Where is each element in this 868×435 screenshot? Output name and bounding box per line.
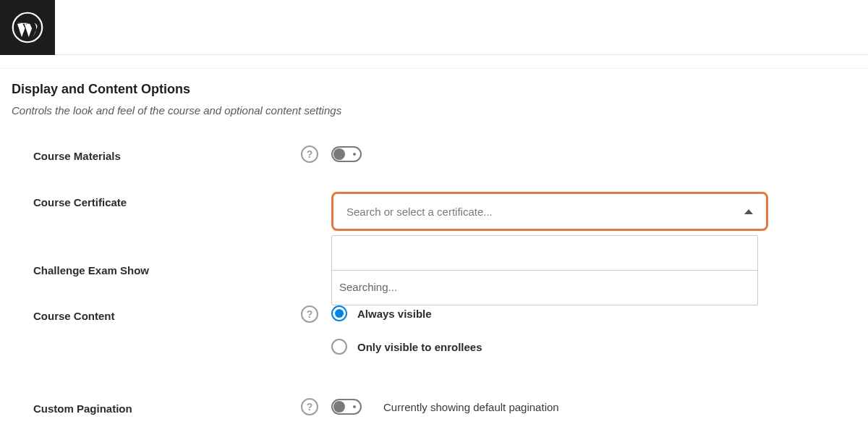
radio-inner — [335, 309, 344, 318]
certificate-search-input[interactable] — [332, 236, 757, 271]
section-title: Display and Content Options — [12, 82, 868, 97]
row-course-certificate: Course Certificate Search or select a ce… — [12, 192, 868, 231]
help-icon[interactable]: ? — [301, 145, 318, 163]
toggle-knob — [333, 148, 345, 160]
label-course-content: Course Content — [33, 305, 301, 322]
wordpress-icon — [12, 12, 43, 43]
toggle-course-materials[interactable] — [331, 146, 362, 162]
label-custom-pagination: Custom Pagination — [33, 398, 301, 415]
radio-button[interactable] — [331, 305, 347, 321]
section-description: Controls the look and feel of the course… — [12, 104, 868, 117]
content-area: Display and Content Options Controls the… — [0, 68, 868, 415]
row-custom-pagination: Custom Pagination ? Currently showing de… — [12, 398, 868, 415]
row-course-content: Course Content ? Always visible Only vis… — [12, 305, 868, 355]
header-bar — [0, 0, 868, 55]
label-challenge-exam: Challenge Exam Show — [33, 260, 301, 276]
chevron-up-icon — [744, 209, 753, 214]
certificate-dropdown[interactable]: Search or select a certificate... — [331, 192, 768, 231]
radio-label: Only visible to enrollees — [357, 341, 482, 353]
toggle-knob — [333, 401, 345, 413]
radio-button[interactable] — [331, 339, 347, 355]
help-icon[interactable]: ? — [301, 398, 318, 415]
toggle-dot — [353, 153, 356, 156]
radio-always-visible[interactable]: Always visible — [331, 305, 482, 321]
dropdown-placeholder: Search or select a certificate... — [346, 206, 493, 218]
radio-label: Always visible — [357, 308, 432, 320]
wordpress-logo[interactable] — [0, 0, 55, 55]
label-course-certificate: Course Certificate — [33, 192, 301, 208]
help-icon[interactable]: ? — [301, 305, 318, 323]
toggle-dot — [353, 405, 356, 408]
row-course-materials: Course Materials ? — [12, 145, 868, 163]
search-status: Searching... — [332, 271, 757, 305]
toggle-custom-pagination[interactable] — [331, 399, 362, 415]
pagination-status: Currently showing default pagination — [383, 401, 559, 413]
label-course-materials: Course Materials — [33, 145, 301, 162]
dropdown-panel: Searching... — [331, 235, 758, 305]
radio-only-enrollees[interactable]: Only visible to enrollees — [331, 339, 482, 355]
